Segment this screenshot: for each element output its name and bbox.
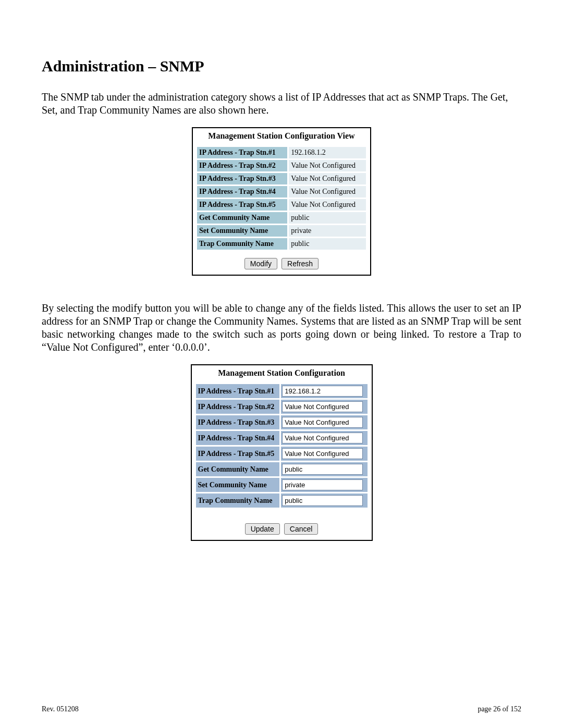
edit-trap-stn-4-input[interactable] [282, 433, 363, 443]
edit-trap-stn-5-label: IP Address - Trap Stn.#5 [195, 446, 280, 461]
trap-stn-1-value: 192.168.1.2 [288, 146, 366, 159]
get-community-label: Get Community Name [197, 212, 288, 224]
trap-stn-4-value: Value Not Configured [288, 186, 366, 198]
cancel-button[interactable]: Cancel [284, 523, 319, 535]
table-row: IP Address - Trap Stn.#4 Value Not Confi… [197, 186, 366, 198]
get-community-value: public [288, 212, 366, 224]
update-button[interactable]: Update [245, 523, 280, 535]
trap-community-label: Trap Community Name [197, 238, 288, 250]
snmp-edit-table: IP Address - Trap Stn.#1 IP Address - Tr… [195, 383, 369, 509]
table-row: IP Address - Trap Stn.#5 Value Not Confi… [197, 199, 366, 211]
table-row: Get Community Name public [197, 212, 366, 224]
edit-panel-title: Management Station Configuration [195, 367, 369, 383]
snmp-edit-panel: Management Station Configuration IP Addr… [191, 364, 373, 541]
table-row: IP Address - Trap Stn.#4 [195, 430, 368, 446]
table-row: Set Community Name private [197, 225, 366, 237]
edit-get-community-label: Get Community Name [195, 462, 280, 477]
edit-trap-stn-3-input[interactable] [282, 417, 363, 428]
table-row: Set Community Name [195, 477, 368, 492]
edit-trap-stn-4-label: IP Address - Trap Stn.#4 [195, 430, 280, 446]
edit-set-community-input[interactable] [282, 479, 363, 490]
set-community-value: private [288, 225, 366, 237]
trap-stn-2-label: IP Address - Trap Stn.#2 [197, 159, 288, 172]
trap-stn-5-label: IP Address - Trap Stn.#5 [197, 199, 288, 211]
table-row: IP Address - Trap Stn.#5 [195, 446, 368, 461]
table-row: IP Address - Trap Stn.#2 Value Not Confi… [197, 159, 366, 172]
trap-stn-1-label: IP Address - Trap Stn.#1 [197, 146, 288, 159]
intro-paragraph: The SNMP tab under the administration ca… [42, 91, 521, 117]
table-row: Get Community Name [195, 462, 368, 477]
edit-trap-community-input[interactable] [282, 495, 363, 506]
footer-page-number: page 26 of 152 [478, 705, 521, 713]
edit-trap-community-label: Trap Community Name [195, 493, 280, 508]
snmp-view-table: IP Address - Trap Stn.#1 192.168.1.2 IP … [196, 146, 367, 251]
table-row: IP Address - Trap Stn.#3 Value Not Confi… [197, 172, 366, 185]
trap-community-value: public [288, 238, 366, 250]
modify-button[interactable]: Modify [244, 258, 277, 269]
refresh-button[interactable]: Refresh [282, 258, 319, 269]
edit-trap-stn-1-label: IP Address - Trap Stn.#1 [195, 384, 280, 399]
trap-stn-2-value: Value Not Configured [288, 159, 366, 172]
edit-trap-stn-2-label: IP Address - Trap Stn.#2 [195, 399, 280, 414]
table-row: Trap Community Name [195, 493, 368, 508]
table-row: IP Address - Trap Stn.#2 [195, 399, 368, 414]
snmp-view-panel: Management Station Configuration View IP… [192, 127, 371, 276]
edit-trap-stn-1-input[interactable] [282, 386, 363, 397]
edit-set-community-label: Set Community Name [195, 477, 280, 492]
edit-trap-stn-2-input[interactable] [282, 401, 363, 412]
trap-stn-3-label: IP Address - Trap Stn.#3 [197, 172, 288, 185]
trap-stn-4-label: IP Address - Trap Stn.#4 [197, 186, 288, 198]
edit-get-community-input[interactable] [282, 464, 363, 475]
table-row: IP Address - Trap Stn.#1 192.168.1.2 [197, 146, 366, 159]
modify-description-paragraph: By selecting the modify button you will … [42, 302, 521, 354]
table-row: IP Address - Trap Stn.#3 [195, 415, 368, 430]
table-row: IP Address - Trap Stn.#1 [195, 384, 368, 399]
table-row: Trap Community Name public [197, 238, 366, 250]
edit-trap-stn-3-label: IP Address - Trap Stn.#3 [195, 415, 280, 430]
page-title: Administration – SNMP [42, 57, 521, 75]
view-panel-title: Management Station Configuration View [196, 130, 367, 146]
footer-revision: Rev. 051208 [42, 705, 79, 713]
trap-stn-5-value: Value Not Configured [288, 199, 366, 211]
edit-trap-stn-5-input[interactable] [282, 448, 363, 459]
set-community-label: Set Community Name [197, 225, 288, 237]
trap-stn-3-value: Value Not Configured [288, 172, 366, 185]
